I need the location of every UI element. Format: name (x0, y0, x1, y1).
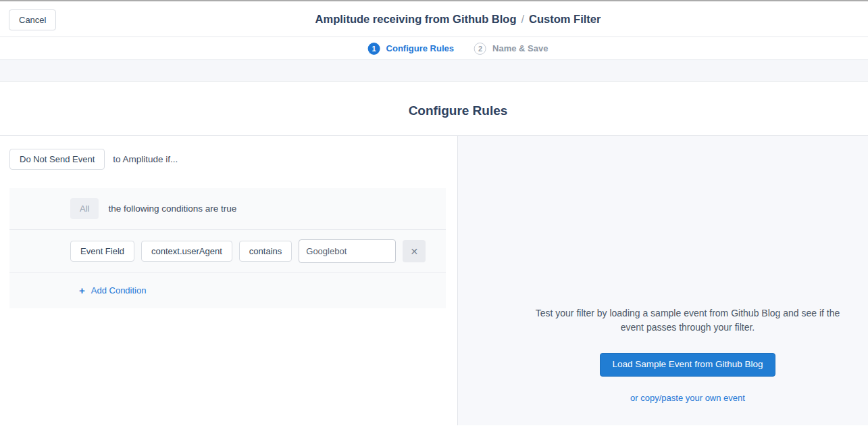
filter-action-button[interactable]: Do Not Send Event (9, 149, 105, 170)
header: Cancel Amplitude receiving from Github B… (0, 1, 868, 37)
test-description: Test your filter by loading a sample eve… (528, 306, 847, 335)
breadcrumb: Amplitude receiving from Github Blog/Cus… (315, 13, 601, 26)
filter-action-suffix: to Amplitude if... (113, 154, 178, 164)
test-content: Test your filter by loading a sample eve… (458, 136, 868, 403)
sub-header-band (0, 60, 868, 82)
condition-group: All the following conditions are true Ev… (9, 188, 446, 308)
remove-condition-button[interactable]: ✕ (403, 240, 426, 262)
add-condition-label: Add Condition (91, 285, 147, 295)
paste-own-event-link[interactable]: or copy/paste your own event (507, 393, 868, 403)
add-condition-button[interactable]: + Add Condition (79, 285, 146, 296)
cancel-button[interactable]: Cancel (9, 9, 56, 30)
breadcrumb-current: Custom Filter (529, 13, 601, 25)
step-2-label: Name & Save (492, 43, 548, 53)
step-1-badge: 1 (368, 43, 380, 55)
close-icon: ✕ (410, 246, 418, 257)
step-1-label: Configure Rules (386, 43, 454, 53)
stepper-steps: 1 Configure Rules 2 Name & Save (368, 43, 548, 55)
breadcrumb-separator: / (517, 13, 530, 25)
load-sample-event-button[interactable]: Load Sample Event from Github Blog (600, 353, 776, 377)
step-2-badge: 2 (474, 43, 486, 55)
wizard-stepper: 1 Configure Rules 2 Name & Save (0, 37, 868, 60)
step-name-save[interactable]: 2 Name & Save (474, 43, 548, 55)
operator-suffix: the following conditions are true (108, 204, 236, 214)
filter-action-row: Do Not Send Event to Amplitude if... (9, 149, 457, 170)
operator-row: All the following conditions are true (9, 188, 446, 230)
add-condition-row: + Add Condition (9, 273, 446, 308)
step-configure-rules[interactable]: 1 Configure Rules (368, 43, 454, 55)
condition-value-input[interactable] (299, 239, 396, 263)
rules-pane: Do Not Send Event to Amplitude if... All… (0, 136, 458, 425)
condition-field-button[interactable]: context.userAgent (141, 241, 232, 262)
condition-type-button[interactable]: Event Field (70, 241, 134, 262)
condition-operator-button[interactable]: contains (239, 241, 292, 262)
page-title: Configure Rules (409, 103, 508, 118)
plus-icon: + (79, 285, 85, 296)
main-content: Do Not Send Event to Amplitude if... All… (0, 136, 868, 425)
operator-selector[interactable]: All (70, 198, 99, 219)
test-pane: Test your filter by loading a sample eve… (458, 136, 868, 425)
section-header: Configure Rules (0, 82, 868, 136)
breadcrumb-source: Amplitude receiving from Github Blog (315, 13, 517, 25)
custom-filter-page: { "header": { "cancel_label": "Cancel", … (0, 0, 868, 428)
condition-row: Event Field context.userAgent contains ✕ (9, 230, 446, 273)
